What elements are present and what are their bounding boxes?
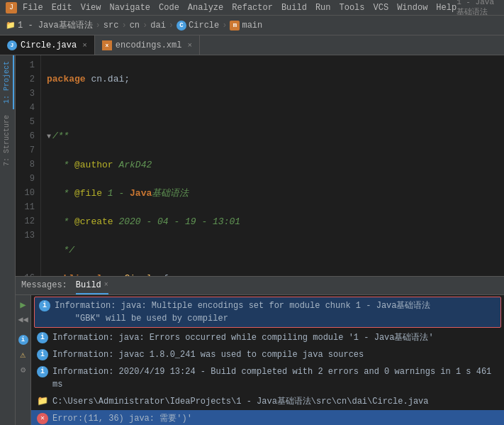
java-tab-icon: J	[7, 40, 17, 50]
build-tab-close[interactable]: ×	[104, 281, 108, 289]
bc-main[interactable]: m main	[230, 21, 262, 31]
tab-circle-java[interactable]: J Circle.java ×	[0, 35, 95, 55]
menu-navigate[interactable]: Navigate	[109, 3, 150, 13]
line-numbers: 1 2 3 4 5 6 7 8 9 10 11 12 13 - - 16	[16, 55, 41, 276]
title-bar: J File Edit View Navigate Code Analyze R…	[0, 0, 504, 16]
msg-text-3: Information: 2020/4/19 13:24 - Build com…	[52, 365, 498, 391]
menu-file[interactable]: File	[23, 3, 43, 13]
bc-src-label: src	[103, 21, 119, 31]
msg-icon-folder: 📁	[37, 396, 48, 407]
msg-text-5: Error:(11, 36) java: 需要')'	[52, 412, 192, 425]
build-label: Build	[76, 280, 101, 290]
message-list[interactable]: i Information: java: Multiple encodings …	[31, 295, 504, 425]
sidebar-tab-project[interactable]: 1: Project	[1, 55, 14, 109]
bottom-left-sidebar: ▶ ◀◀ i ⚠ ⚙	[16, 295, 31, 425]
bc-cn-label: cn	[130, 21, 140, 31]
code-line-7: */	[47, 243, 498, 258]
msg-icon-info-3: i	[37, 366, 48, 377]
menu-window[interactable]: Window	[397, 3, 427, 13]
msg-text-4: C:\Users\Administrator\IdeaProjects\1 - …	[52, 395, 428, 408]
tab-circle-close[interactable]: ×	[82, 41, 87, 50]
messages-label: Messages:	[21, 280, 67, 290]
msg-icon-info-0: i	[39, 300, 50, 311]
info-button[interactable]: i	[17, 333, 30, 346]
msg-icon-info-2: i	[37, 349, 48, 360]
msg-item-0[interactable]: i Information: java: Multiple encodings …	[34, 297, 501, 328]
menu-bar: File Edit View Navigate Code Analyze Ref…	[23, 3, 457, 13]
bc-src[interactable]: src	[103, 21, 119, 31]
code-line-3: ▼/**	[47, 129, 498, 144]
tab-encodings-xml[interactable]: x encodings.xml ×	[95, 35, 200, 55]
window-title: 1 - Java基础语法	[457, 0, 498, 17]
bottom-tab-build[interactable]: Build ×	[76, 277, 108, 294]
far-left-tabs: 1: Project 7: Structure	[0, 55, 16, 425]
tab-bar: J Circle.java × x encodings.xml ×	[0, 35, 504, 55]
menu-run[interactable]: Run	[315, 3, 331, 13]
bc-circle[interactable]: C Circle	[177, 21, 219, 31]
bottom-main: ▶ ◀◀ i ⚠ ⚙ i I	[16, 295, 504, 425]
run-button[interactable]: ▶	[17, 298, 30, 311]
code-content[interactable]: package cn.dai; ▼/** * @author ArkD42 * …	[41, 55, 504, 276]
msg-icon-info-1: i	[37, 332, 48, 343]
code-editor[interactable]: 1 2 3 4 5 6 7 8 9 10 11 12 13 - - 16 pac…	[16, 55, 504, 276]
code-line-4: * @author ArkD42	[47, 158, 498, 172]
menu-build[interactable]: Build	[281, 3, 307, 13]
tab-circle-label: Circle.java	[21, 40, 77, 50]
stop-button[interactable]: ◀◀	[17, 313, 30, 326]
bottom-tab-bar: Messages: Build ×	[16, 277, 504, 295]
menu-analyze[interactable]: Analyze	[188, 3, 223, 13]
menu-edit[interactable]: Edit	[52, 3, 72, 13]
sidebar-tab-structure[interactable]: 7: Structure	[1, 109, 14, 172]
code-line-1: package cn.dai;	[47, 72, 498, 87]
main-icon: m	[230, 21, 240, 31]
menu-help[interactable]: Help	[436, 3, 457, 13]
main-layout: 1: Project 7: Structure 1 2 3 4 5 6 7 8 …	[0, 55, 504, 425]
bc-dai[interactable]: dai	[150, 21, 166, 31]
msg-item-2[interactable]: i Information: javac 1.8.0_241 was used …	[31, 346, 504, 363]
circle-icon: C	[177, 21, 186, 31]
menu-view[interactable]: View	[81, 3, 101, 13]
tab-encodings-label: encodings.xml	[116, 40, 182, 50]
menu-tools[interactable]: Tools	[340, 3, 365, 13]
msg-text-1: Information: java: Errors occurred while…	[52, 331, 434, 344]
bc-dai-label: dai	[150, 21, 166, 31]
bc-cn[interactable]: cn	[130, 21, 140, 31]
msg-item-4[interactable]: 📁 C:\Users\Administrator\IdeaProjects\1 …	[31, 393, 504, 410]
bottom-tab-messages[interactable]: Messages:	[21, 277, 67, 294]
code-line-2	[47, 101, 498, 115]
menu-refactor[interactable]: Refactor	[232, 3, 273, 13]
bc-circle-label: Circle	[189, 21, 219, 31]
bc-project-label: 1 - Java基础语法	[18, 19, 93, 31]
code-line-5: * @file 1 - Java基础语法	[47, 187, 498, 201]
bc-project-icon: 📁	[6, 21, 16, 30]
msg-item-3[interactable]: i Information: 2020/4/19 13:24 - Build c…	[31, 363, 504, 393]
msg-text-2: Information: javac 1.8.0_241 was used to…	[52, 348, 364, 361]
breadcrumb: 📁 1 - Java基础语法 › src › cn › dai › C Circ…	[0, 16, 504, 35]
tab-encodings-close[interactable]: ×	[187, 41, 192, 50]
menu-vcs[interactable]: VCS	[374, 3, 389, 13]
msg-text-0: Information: java: Multiple encodings se…	[55, 299, 430, 325]
menu-code[interactable]: Code	[159, 3, 179, 13]
code-area: 1 2 3 4 5 6 7 8 9 10 11 12 13 - - 16 pac…	[16, 55, 504, 425]
bc-project[interactable]: 📁 1 - Java基础语法	[6, 19, 93, 31]
msg-item-1[interactable]: i Information: java: Errors occurred whi…	[31, 329, 504, 346]
xml-tab-icon: x	[102, 40, 112, 50]
msg-icon-error-0: ✕	[37, 413, 48, 424]
warning-button[interactable]: ⚠	[17, 348, 30, 361]
msg-item-5[interactable]: ✕ Error:(11, 36) java: 需要')'	[31, 410, 504, 425]
bottom-panel: Messages: Build × ▶ ◀◀ i ⚠	[16, 276, 504, 425]
code-line-6: * @create 2020 - 04 - 19 - 13:01	[47, 215, 498, 229]
bc-main-label: main	[242, 21, 262, 31]
app-icon: J	[6, 2, 17, 13]
settings-button[interactable]: ⚙	[17, 363, 30, 376]
